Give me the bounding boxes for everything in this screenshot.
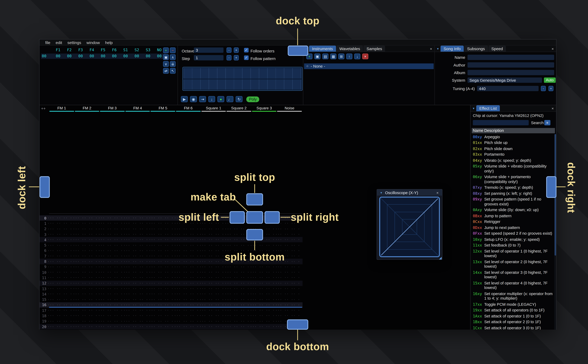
close-icon[interactable]: × <box>428 46 434 52</box>
effect-list-row[interactable]: 0Axy Volume slide (0y: down; x0: up) <box>472 207 554 213</box>
effect-list-row[interactable]: 12xx Set level of operator 1 (0 highest,… <box>472 248 554 259</box>
effect-list-row[interactable]: 0Fxx Set speed (speed 2 if no grooves ex… <box>472 231 554 237</box>
pattern-cell[interactable]: ··· ·· ·· ·· <box>225 319 250 323</box>
instrument-list-mode-button[interactable]: ⊞ <box>338 53 344 59</box>
tab-instruments[interactable]: Instruments <box>309 46 336 52</box>
channel-header[interactable]: Square 3 <box>251 106 277 112</box>
pattern-cell[interactable]: ··· ·· ·· ·· <box>250 314 275 318</box>
pattern-cell[interactable]: ··· ·· ·· ·· <box>149 314 174 318</box>
menu-item[interactable]: file <box>43 39 53 45</box>
pattern-cell[interactable]: ··· ·· ·· ·· <box>47 254 73 258</box>
pattern-cell[interactable]: ··· ·· ·· ·· <box>275 292 301 296</box>
split-top-target[interactable] <box>246 193 263 205</box>
effect-list-row[interactable]: 19xx Set attack of all operators (0 to 1… <box>472 307 554 313</box>
effect-list-row[interactable]: 04xy Vibrato (x: speed; y: depth) <box>472 158 554 163</box>
pattern-cell[interactable]: ··· ·· ·· ·· <box>73 292 98 296</box>
pattern-cell[interactable]: ··· ·· ·· ·· <box>149 271 174 274</box>
effect-list-row[interactable]: 02xx Pitch slide down <box>472 146 554 152</box>
pattern-cell[interactable]: ··· ·· ·· ·· <box>47 281 73 285</box>
pattern-cell[interactable]: ··· ·· ·· ·· <box>149 232 174 236</box>
pattern-cell[interactable]: ··· ·· ·· ·· <box>123 265 149 269</box>
collapse-icon[interactable]: ▼ <box>436 46 440 52</box>
pattern-cell[interactable]: ··· ·· ·· ·· <box>98 265 123 269</box>
pattern-cell[interactable]: ··· ·· ·· ·· <box>47 243 73 247</box>
tab-samples[interactable]: Samples <box>363 46 385 52</box>
pattern-cell[interactable]: ··· ·· ·· ·· <box>275 281 301 285</box>
effect-list-row[interactable]: 00xy Arpeggio <box>472 134 554 140</box>
pattern-cell[interactable]: ··· ·· ·· ·· <box>98 319 123 323</box>
pattern-cell[interactable]: ··· ·· ·· ·· <box>199 292 225 296</box>
effect-list-row[interactable]: 16xy Set operator multiplier (x: operato… <box>472 291 554 302</box>
pattern-cell[interactable]: ··· ·· ·· ·· <box>174 314 199 318</box>
pattern-cell[interactable]: ··· ·· ·· ·· <box>47 238 73 242</box>
pattern-cell[interactable]: ··· ·· ·· ·· <box>199 227 225 231</box>
effect-list-row[interactable]: 1Axx Set attack of operator 1 (0 to 1F) <box>472 313 554 319</box>
pattern-cell[interactable]: ··· ·· ·· ·· <box>199 238 225 242</box>
order-cell[interactable]: 00 <box>75 53 86 59</box>
pattern-cell[interactable]: ··· ·· ·· ·· <box>123 216 149 220</box>
pattern-cell[interactable]: ··· ·· ·· ·· <box>73 319 98 323</box>
pattern-cell[interactable]: ··· ·· ·· ·· <box>73 221 98 225</box>
pattern-cell[interactable]: ··· ·· ·· ·· <box>199 243 225 247</box>
pattern-cell[interactable]: ··· ·· ·· ·· <box>98 260 123 263</box>
pattern-cell[interactable]: ··· ·· ·· ·· <box>98 232 123 236</box>
pattern-cell[interactable]: ··· ·· ·· ·· <box>98 238 123 242</box>
channel-header[interactable]: FM 1 <box>49 106 74 112</box>
dock-right-target[interactable] <box>546 176 556 198</box>
pattern-cell[interactable]: ··· ·· ·· ·· <box>47 308 73 312</box>
pattern-cell[interactable]: ··· ·· ·· ·· <box>225 314 250 318</box>
order-cell[interactable]: 00 <box>64 53 75 59</box>
tab-speed[interactable]: Speed <box>488 46 506 52</box>
pattern-cell[interactable]: ··· ·· ·· ·· <box>47 325 73 329</box>
pattern-cell[interactable]: ··· ·· ·· ·· <box>225 298 250 301</box>
pattern-cell[interactable]: ··· ·· ·· ·· <box>73 287 98 291</box>
pattern-cell[interactable]: ··· ·· ·· ·· <box>98 243 123 247</box>
effect-list-row[interactable]: 1Cxx Set attack of operator 3 (0 to 1F) <box>472 325 554 330</box>
pattern-cell[interactable]: ··· ·· ·· ·· <box>98 292 123 296</box>
pattern-cell[interactable]: ··· ·· ·· ·· <box>98 227 123 231</box>
pattern-cell[interactable]: ··· ·· ·· ·· <box>225 243 250 247</box>
pattern-cell[interactable]: ··· ·· ·· ·· <box>123 325 149 329</box>
author-field[interactable] <box>468 62 554 68</box>
effect-list-row[interactable]: 15xx Set level of operator 4 (0 highest,… <box>472 280 554 291</box>
open-instrument-button[interactable]: ▤ <box>322 53 329 59</box>
pattern-cell[interactable]: ··· ·· ·· ·· <box>73 249 98 253</box>
pattern-cell[interactable]: ··· ·· ·· ·· <box>73 243 98 247</box>
pattern-cell[interactable]: ··· ·· ·· ·· <box>174 227 199 231</box>
play-from-cursor-button[interactable]: ⇥ <box>199 96 206 102</box>
pattern-cell[interactable]: ··· ·· ·· ·· <box>123 249 149 253</box>
pattern-cell[interactable]: ··· ·· ·· ·· <box>98 271 123 274</box>
pattern-cell[interactable]: ··· ·· ·· ·· <box>250 298 275 301</box>
effect-list-row[interactable]: 0Bxx Jump to pattern <box>472 213 554 219</box>
pattern-cell[interactable]: ··· ·· ·· ·· <box>73 276 98 280</box>
pattern-cell[interactable]: ··· ·· ·· ·· <box>225 281 250 285</box>
split-bottom-target[interactable] <box>246 229 263 240</box>
follow-pattern-checkbox[interactable]: ✓ <box>244 55 249 60</box>
pattern-cell[interactable]: ··· ·· ·· ·· <box>275 227 301 231</box>
pattern-cell[interactable]: ··· ·· ·· ·· <box>123 314 149 318</box>
menu-item[interactable]: help <box>103 39 115 45</box>
pattern-cell[interactable]: ··· ·· ·· ·· <box>73 281 98 285</box>
pattern-cell[interactable]: ··· ·· ·· ·· <box>73 254 98 258</box>
pattern-cell[interactable]: ··· ·· ·· ·· <box>250 303 275 307</box>
pattern-cell[interactable]: ··· ·· ·· ·· <box>250 271 275 274</box>
pattern-cell[interactable]: ··· ·· ·· ·· <box>47 298 73 301</box>
pattern-cell[interactable]: ··· ·· ·· ·· <box>275 314 301 318</box>
pattern-cell[interactable]: ··· ·· ·· ·· <box>250 265 275 269</box>
delete-instrument-button[interactable]: × <box>362 53 368 59</box>
pattern-cell[interactable]: ··· ·· ·· ·· <box>225 271 250 274</box>
duplicate-instrument-button[interactable]: ▣ <box>314 53 320 59</box>
effect-list-row[interactable]: 11xx Set feedback (0 to 7) <box>472 242 554 248</box>
system-field[interactable]: Sega Genesis/Mega Drive <box>468 78 542 83</box>
pattern-cell[interactable]: ··· ·· ·· ·· <box>275 276 301 280</box>
effect-list-row[interactable]: 14xx Set level of operator 3 (0 highest,… <box>472 270 554 280</box>
pattern-cell[interactable]: ··· ·· ·· ·· <box>199 281 225 285</box>
pattern-cell[interactable]: ··· ·· ·· ·· <box>123 254 149 258</box>
effect-list-menu-button[interactable]: ≡ <box>544 120 550 125</box>
pattern-cell[interactable]: ··· ·· ·· ·· <box>250 319 275 323</box>
pattern-cell[interactable]: ··· ·· ·· ·· <box>98 308 123 312</box>
oscilloscope-title-bar[interactable]: ▼ Oscilloscope (X-Y) × <box>377 189 442 195</box>
pattern-cell[interactable]: ··· ·· ·· ·· <box>47 232 73 236</box>
pattern-cell[interactable]: ··· ·· ·· ·· <box>149 243 174 247</box>
pattern-cell[interactable]: ··· ·· ·· ·· <box>98 287 123 291</box>
